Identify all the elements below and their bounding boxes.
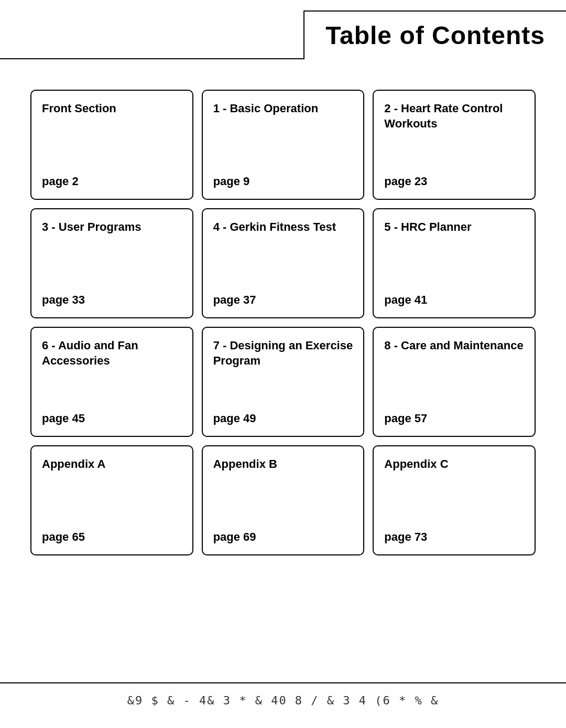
cell-page-care-maintenance: page 57 [384, 401, 524, 425]
toc-cell-front-section[interactable]: Front Sectionpage 2 [30, 90, 193, 200]
header-section: Table of Contents [0, 0, 566, 59]
footer-text: &9 $ & - 4& 3 * & 40 8 / & 3 4 (6 * % & [127, 694, 439, 707]
cell-page-front-section: page 2 [42, 164, 182, 188]
toc-cell-appendix-c[interactable]: Appendix Cpage 73 [373, 445, 536, 555]
toc-cell-hrc-planner[interactable]: 5 - HRC Plannerpage 41 [373, 208, 536, 318]
title-block: Table of Contents [303, 10, 566, 59]
toc-cell-heart-rate-control[interactable]: 2 - Heart Rate Control Workoutspage 23 [373, 90, 536, 200]
cell-title-exercise-program: 7 - Designing an Exercise Program [213, 338, 353, 368]
toc-grid: Front Sectionpage 21 - Basic Operationpa… [0, 85, 566, 560]
cell-title-basic-operation: 1 - Basic Operation [213, 101, 353, 116]
cell-page-hrc-planner: page 41 [384, 283, 524, 307]
cell-page-basic-operation: page 9 [213, 164, 353, 188]
cell-title-appendix-a: Appendix A [42, 457, 182, 472]
toc-cell-appendix-a[interactable]: Appendix Apage 65 [30, 445, 193, 555]
footer-section: &9 $ & - 4& 3 * & 40 8 / & 3 4 (6 * % & [0, 682, 566, 707]
cell-page-exercise-program: page 49 [213, 401, 353, 425]
page-container: Table of Contents Front Sectionpage 21 -… [0, 0, 566, 728]
cell-page-appendix-a: page 65 [42, 520, 182, 544]
toc-cell-care-maintenance[interactable]: 8 - Care and Maintenancepage 57 [373, 327, 536, 437]
cell-page-gerkin-fitness: page 37 [213, 283, 353, 307]
cell-title-audio-fan: 6 - Audio and Fan Accessories [42, 338, 182, 368]
cell-title-heart-rate-control: 2 - Heart Rate Control Workouts [384, 101, 524, 131]
cell-title-appendix-c: Appendix C [384, 457, 524, 472]
cell-title-gerkin-fitness: 4 - Gerkin Fitness Test [213, 220, 353, 235]
cell-page-appendix-c: page 73 [384, 520, 524, 544]
cell-title-care-maintenance: 8 - Care and Maintenance [384, 338, 524, 354]
cell-page-audio-fan: page 45 [42, 401, 182, 425]
toc-cell-exercise-program[interactable]: 7 - Designing an Exercise Programpage 49 [202, 327, 365, 437]
toc-cell-user-programs[interactable]: 3 - User Programspage 33 [30, 208, 193, 318]
toc-cell-gerkin-fitness[interactable]: 4 - Gerkin Fitness Testpage 37 [202, 208, 365, 318]
toc-cell-appendix-b[interactable]: Appendix Bpage 69 [202, 445, 365, 555]
toc-cell-basic-operation[interactable]: 1 - Basic Operationpage 9 [202, 90, 365, 200]
cell-title-user-programs: 3 - User Programs [42, 220, 182, 235]
cell-title-appendix-b: Appendix B [213, 457, 353, 472]
cell-title-front-section: Front Section [42, 101, 182, 116]
page-title: Table of Contents [325, 21, 545, 50]
cell-title-hrc-planner: 5 - HRC Planner [384, 220, 524, 235]
toc-cell-audio-fan[interactable]: 6 - Audio and Fan Accessoriespage 45 [30, 327, 193, 437]
cell-page-heart-rate-control: page 23 [384, 164, 524, 188]
cell-page-appendix-b: page 69 [213, 520, 353, 544]
cell-page-user-programs: page 33 [42, 283, 182, 307]
